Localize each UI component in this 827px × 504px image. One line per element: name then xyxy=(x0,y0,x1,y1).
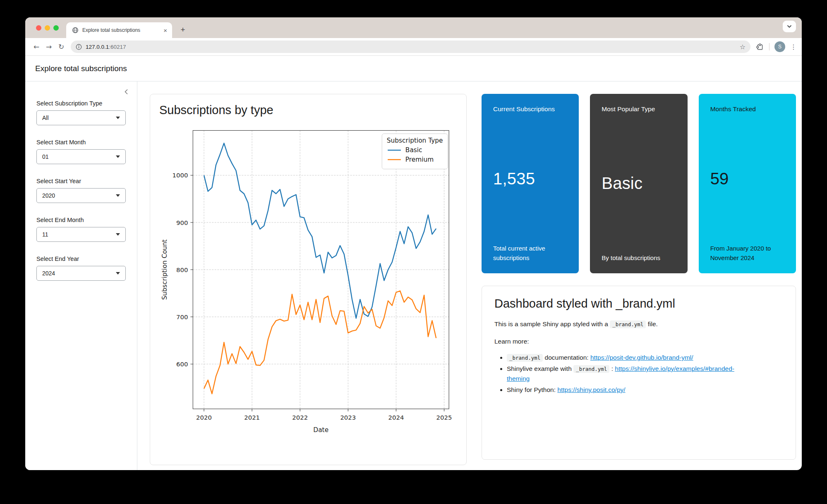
main-content: Subscriptions by type 202020212022202320… xyxy=(137,81,802,470)
zoom-window-button[interactable] xyxy=(53,25,59,31)
back-button[interactable]: ← xyxy=(30,41,43,53)
profile-avatar[interactable]: S xyxy=(774,41,785,52)
tab-search-button[interactable] xyxy=(783,21,796,32)
address-bar[interactable]: 127.0.0.1:60217 ☆ xyxy=(71,41,750,53)
value-box-most-popular-type: Most Popular Type Basic By total subscri… xyxy=(590,94,687,273)
subscriptions-line-chart: 2020202120222023202420256007008009001000… xyxy=(152,120,458,447)
value-box-caption: Total current active subscriptions xyxy=(493,244,567,263)
chevron-down-icon xyxy=(787,25,792,28)
value-box-title: Most Popular Type xyxy=(602,105,664,114)
value-box-current-subscriptions: Current Subscriptions 1,535 Total curren… xyxy=(482,94,579,273)
url-text: 127.0.0.1:60217 xyxy=(86,44,126,50)
start-year-select[interactable]: 2020 xyxy=(36,188,126,203)
info-card: Dashboard styled with _brand.yml This is… xyxy=(482,286,796,460)
text-segment: : xyxy=(609,365,615,372)
subscription-type-select[interactable]: All xyxy=(36,110,126,125)
start-month-label: Select Start Month xyxy=(36,139,126,146)
inline-code: _brand.yml xyxy=(610,320,646,328)
inline-code: _brand.yml xyxy=(507,354,543,362)
select-caret-icon xyxy=(116,272,120,275)
site-info-icon[interactable] xyxy=(76,44,82,50)
text-segment: file. xyxy=(646,320,657,327)
svg-text:1000: 1000 xyxy=(173,172,188,179)
svg-text:2021: 2021 xyxy=(244,414,260,421)
value-box-caption: From January 2020 to November 2024 xyxy=(710,244,784,263)
forward-button[interactable]: → xyxy=(43,41,55,53)
end-month-label: Select End Month xyxy=(36,217,126,223)
browser-menu-icon[interactable]: ⋮ xyxy=(790,43,797,51)
extensions-icon[interactable] xyxy=(755,43,764,51)
value-box-months-tracked: Months Tracked 59 From January 2020 to N… xyxy=(699,94,796,273)
learn-more-item: Shinylive example with _brand.yml : http… xyxy=(507,364,738,384)
select-caret-icon xyxy=(116,117,120,119)
text-segment: Shiny for Python: xyxy=(507,386,557,393)
tab-close-icon[interactable]: × xyxy=(163,27,168,33)
svg-text:Subscription Count: Subscription Count xyxy=(161,239,168,300)
value-box-value: Basic xyxy=(602,114,676,253)
value-box-title: Months Tracked xyxy=(710,105,772,114)
start-month-select[interactable]: 01 xyxy=(36,149,126,164)
end-year-label: Select End Year xyxy=(36,256,126,262)
svg-text:Date: Date xyxy=(313,426,328,434)
text-segment: documentation: xyxy=(543,354,590,361)
svg-text:2022: 2022 xyxy=(292,414,308,421)
value-box-title: Current Subscriptions xyxy=(493,105,555,114)
close-window-button[interactable] xyxy=(36,25,41,31)
svg-text:2020: 2020 xyxy=(196,414,212,421)
reload-button[interactable]: ↻ xyxy=(55,41,67,53)
value-box-row: Current Subscriptions 1,535 Total curren… xyxy=(482,94,796,273)
chevron-left-icon xyxy=(124,88,129,96)
learn-more-item: Shiny for Python: https://shiny.posit.co… xyxy=(507,385,738,395)
favicon-globe-icon xyxy=(72,27,79,33)
browser-toolbar: ← → ↻ 127.0.0.1:60217 ☆ S ⋮ xyxy=(25,38,802,56)
app-header: Explore total subscriptions xyxy=(25,56,802,81)
svg-text:2024: 2024 xyxy=(388,414,404,421)
end-month-select[interactable]: 11 xyxy=(36,227,126,242)
tab-strip: Explore total subscriptions × + xyxy=(25,17,802,38)
sidebar-collapse-button[interactable] xyxy=(124,88,129,97)
chart-card: Subscriptions by type 202020212022202320… xyxy=(150,94,467,465)
learn-more-item: _brand.yml documentation: https://posit-… xyxy=(507,353,738,363)
select-caret-icon xyxy=(116,233,120,236)
svg-text:Subscription Type: Subscription Type xyxy=(387,137,443,144)
page-title: Explore total subscriptions xyxy=(35,64,127,73)
select-caret-icon xyxy=(116,155,120,158)
subscription-type-label: Select Subscription Type xyxy=(36,100,126,107)
browser-tab[interactable]: Explore total subscriptions × xyxy=(66,22,172,38)
svg-text:2025: 2025 xyxy=(436,414,452,421)
tab-title: Explore total subscriptions xyxy=(82,27,163,33)
toolbar-divider xyxy=(769,43,769,50)
svg-text:Basic: Basic xyxy=(405,146,422,154)
inline-code: _brand.yml xyxy=(573,365,609,373)
svg-text:900: 900 xyxy=(176,219,188,227)
sidebar: Select Subscription Type All Select Star… xyxy=(25,81,137,470)
new-tab-button[interactable]: + xyxy=(177,24,188,35)
value-box-value: 1,535 xyxy=(493,114,567,244)
text-segment: Shinylive example with xyxy=(507,365,573,372)
learn-more-label: Learn more: xyxy=(494,338,783,345)
select-caret-icon xyxy=(116,194,120,197)
learn-more-list: _brand.yml documentation: https://posit-… xyxy=(494,353,783,395)
svg-text:600: 600 xyxy=(176,361,188,368)
window-controls xyxy=(36,25,59,31)
external-link[interactable]: https://posit-dev.github.io/brand-yml/ xyxy=(590,354,693,361)
chart-title: Subscriptions by type xyxy=(159,103,461,117)
browser-window: Explore total subscriptions × + ← → ↻ 12… xyxy=(25,17,802,470)
svg-text:700: 700 xyxy=(176,313,188,321)
info-card-intro: This is a sample Shiny app styled with a… xyxy=(494,320,783,328)
minimize-window-button[interactable] xyxy=(45,25,50,31)
external-link[interactable]: https://shiny.posit.co/py/ xyxy=(557,386,625,393)
value-box-value: 59 xyxy=(710,114,784,244)
svg-text:Premium: Premium xyxy=(405,156,434,163)
svg-text:800: 800 xyxy=(176,266,188,274)
svg-text:2023: 2023 xyxy=(340,414,356,421)
info-card-title: Dashboard styled with _brand.yml xyxy=(494,297,783,311)
bookmark-star-icon[interactable]: ☆ xyxy=(740,43,745,51)
start-year-label: Select Start Year xyxy=(36,178,126,184)
text-segment: This is a sample Shiny app styled with a xyxy=(494,320,610,327)
end-year-select[interactable]: 2024 xyxy=(36,266,126,281)
toolbar-actions: S ⋮ xyxy=(754,41,797,52)
value-box-caption: By total subscriptions xyxy=(602,253,676,263)
